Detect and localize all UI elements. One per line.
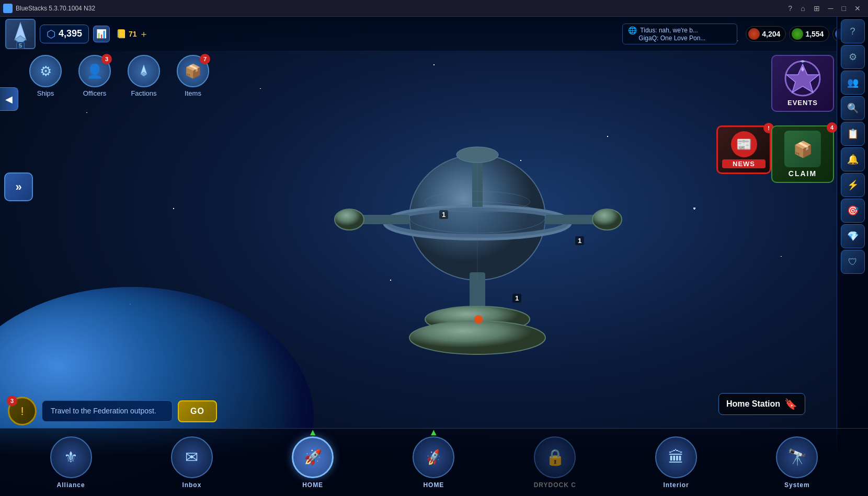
interior-label: Interior xyxy=(663,481,689,489)
inbox-icon: ✉ xyxy=(185,448,198,466)
sidebar-btn-1[interactable]: ? xyxy=(841,19,865,43)
sidebar-btn-6[interactable]: 🔔 xyxy=(841,147,865,171)
claim-badge: 4 xyxy=(827,122,837,133)
events-card[interactable]: EVENTS xyxy=(771,55,834,112)
quest-warning-icon: ! xyxy=(20,405,24,418)
quest-go-button[interactable]: GO xyxy=(178,400,217,422)
system-label: System xyxy=(784,481,810,489)
factions-label: Factions xyxy=(131,89,156,97)
quest-icon: ! 3 xyxy=(8,397,37,425)
items-label: Items xyxy=(185,89,201,97)
news-icon: 📰 xyxy=(731,131,757,157)
bottom-btn-home2[interactable]: ▲ 🚀 HOME xyxy=(413,436,454,489)
claim-card[interactable]: 4 📦 CLAIM xyxy=(771,125,834,183)
rank-chart-button[interactable]: 📊 xyxy=(93,26,110,42)
titlebar: BlueStacks 5.3.70.1004 N32 ? ⌂ ⊞ ─ □ ✕ xyxy=(0,0,868,17)
claim-label: CLAIM xyxy=(776,169,829,178)
bottom-btn-system[interactable]: 🔭 System xyxy=(776,436,818,489)
player-avatar[interactable]: 5 xyxy=(5,19,36,49)
rank-value: 4,395 xyxy=(59,28,82,39)
fast-forward-button[interactable]: » xyxy=(4,172,33,201)
bottom-nav: ⚜ Alliance ✉ Inbox ▲ 🚀 HOME ▲ 🚀 HOME 🔒 xyxy=(0,428,868,496)
news-card[interactable]: ! 📰 NEWS xyxy=(716,125,771,174)
alliance-rank-display[interactable]: ⬡ 4,395 xyxy=(40,25,89,43)
sidebar-btn-4[interactable]: 🔍 xyxy=(841,96,865,120)
officers-badge: 3 xyxy=(101,54,112,64)
home-selected-icon-wrap: 🚀 xyxy=(292,436,334,478)
chat-area[interactable]: 🌐 Tidus: nah, we're b... GigaQ: One Love… xyxy=(622,24,737,44)
space-indicator-1: 1 xyxy=(439,210,448,219)
officers-label: Officers xyxy=(83,89,107,97)
topbar: 5 ⬡ 4,395 📊 📒 71 ＋ 🌐 Tidus: nah, we're b… xyxy=(0,17,868,51)
chart-icon: 📊 xyxy=(96,29,107,39)
bookmark-icon: 🔖 xyxy=(784,398,797,410)
ships-label: Ships xyxy=(37,89,54,97)
home-selected-icon: 🚀 xyxy=(304,448,322,466)
nav-item-factions[interactable]: Factions xyxy=(119,51,168,101)
quest-badge: 3 xyxy=(7,396,17,406)
svg-point-7 xyxy=(592,209,622,230)
inbox-icon-wrap: ✉ xyxy=(171,436,213,478)
sidebar-btn-2[interactable]: ⚙ xyxy=(841,45,865,69)
quest-text-box: Travel to the Federation outpost. xyxy=(42,400,173,422)
help-button[interactable]: ? xyxy=(786,4,794,13)
left-nav: ⚙ Ships 3 👤 Officers Factions 7 📦 xyxy=(0,51,218,101)
sidebar-btn-5[interactable]: 📋 xyxy=(841,122,865,146)
sidebar-btn-10[interactable]: 🛡 xyxy=(841,250,865,274)
items-badge: 7 xyxy=(200,54,210,64)
nav-item-items[interactable]: 7 📦 Items xyxy=(168,51,218,101)
svg-point-9 xyxy=(335,209,364,230)
events-emblem xyxy=(784,60,821,97)
xp-add-button[interactable]: ＋ xyxy=(139,28,149,40)
nav-item-officers[interactable]: 3 👤 Officers xyxy=(70,51,119,101)
home-selected-label: HOME xyxy=(302,481,323,489)
system-icon: 🔭 xyxy=(787,448,807,466)
xp-bar: 📒 71 ＋ xyxy=(116,28,149,40)
items-icon-wrap: 7 📦 xyxy=(177,55,209,87)
window-controls: ? ⌂ ⊞ ─ □ ✕ xyxy=(786,4,868,13)
close-button[interactable]: ✕ xyxy=(852,4,863,13)
bottom-btn-home-selected[interactable]: ▲ 🚀 HOME xyxy=(292,436,334,489)
home-selected-relative: ▲ 🚀 xyxy=(292,436,334,478)
factions-icon xyxy=(136,63,152,79)
nav-toggle-button[interactable]: ◀ xyxy=(0,87,18,111)
svg-point-5 xyxy=(409,321,545,354)
bottom-btn-alliance[interactable]: ⚜ Alliance xyxy=(50,436,92,489)
bottom-btn-drydock[interactable]: 🔒 DRYDOCK C xyxy=(534,436,576,489)
ships-icon: ⚙ xyxy=(40,63,52,79)
space-station xyxy=(321,113,634,374)
home2-arrow-up-icon: ▲ xyxy=(429,427,438,438)
alliance-label: Alliance xyxy=(57,481,85,489)
quest-bar: ! 3 Travel to the Federation outpost. GO xyxy=(8,397,217,425)
space-indicator-3: 1 xyxy=(512,294,521,303)
news-inner: ! 📰 NEWS xyxy=(716,125,771,174)
news-label: NEWS xyxy=(722,159,766,168)
minimize-button[interactable]: ─ xyxy=(826,4,836,13)
factions-icon-wrap xyxy=(128,55,160,87)
home-station-label[interactable]: Home Station 🔖 xyxy=(718,393,805,415)
events-inner: EVENTS xyxy=(771,55,834,112)
home-station-text: Home Station xyxy=(726,399,780,409)
ff-icon: » xyxy=(15,180,21,194)
parsteel-value: 4,204 xyxy=(762,30,780,38)
tritanium-resource: 1,554 xyxy=(789,26,829,42)
sidebar-btn-8[interactable]: 🎯 xyxy=(841,199,865,223)
nav-item-ships[interactable]: ⚙ Ships xyxy=(21,51,70,101)
sidebar-btn-9[interactable]: 💎 xyxy=(841,224,865,248)
nav-home-button[interactable]: ⌂ xyxy=(798,4,807,13)
home2-relative: ▲ 🚀 xyxy=(413,436,454,478)
grid-button[interactable]: ⊞ xyxy=(812,4,822,13)
chat-line-2: GigaQ: One Love Pon... xyxy=(628,34,732,42)
drydock-label: DRYDOCK C xyxy=(534,481,576,489)
interior-icon-wrap: 🏛 xyxy=(655,436,697,478)
bluestacks-icon xyxy=(3,4,13,13)
tritanium-value: 1,554 xyxy=(805,30,824,38)
sidebar-btn-3[interactable]: 👥 xyxy=(841,71,865,95)
bottom-btn-inbox[interactable]: ✉ Inbox xyxy=(171,436,213,489)
xp-book-icon: 📒 xyxy=(116,29,127,39)
events-label: EVENTS xyxy=(776,99,829,107)
bottom-btn-interior[interactable]: 🏛 Interior xyxy=(655,436,697,489)
space-indicator-2: 1 xyxy=(575,236,584,245)
restore-button[interactable]: □ xyxy=(840,4,848,13)
sidebar-btn-7[interactable]: ⚡ xyxy=(841,173,865,197)
